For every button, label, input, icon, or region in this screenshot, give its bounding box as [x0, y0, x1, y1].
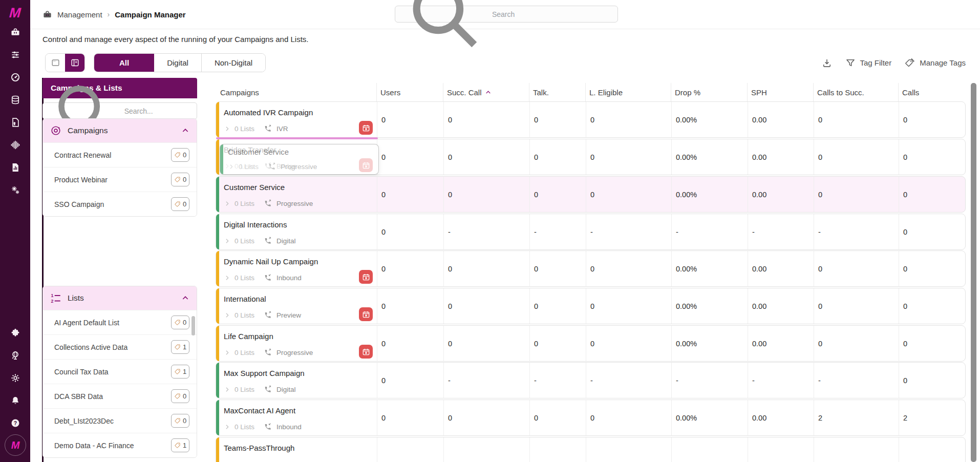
column-header-succ-call[interactable]: Succ. Call [447, 83, 492, 101]
schedule-disabled-button[interactable] [359, 307, 373, 321]
campaign-name[interactable]: Teams-PassThrough [224, 444, 294, 452]
column-header-campaigns[interactable]: Campaigns [220, 83, 259, 101]
tag-count-badge[interactable]: 0 [171, 148, 189, 162]
global-search[interactable] [395, 6, 618, 23]
breadcrumb-section[interactable]: Management [57, 10, 102, 19]
list-item[interactable]: Collections Active Data1 [43, 334, 197, 359]
list-item[interactable]: Council Tax Data1 [43, 359, 197, 384]
download-button[interactable] [822, 58, 832, 68]
user-avatar[interactable]: M [5, 434, 26, 456]
nav-toolbox-icon[interactable] [10, 27, 20, 37]
campaign-row[interactable]: Digital Interactions0 ListsDigital0-----… [216, 214, 966, 250]
expand-chevron-icon[interactable] [224, 275, 230, 281]
list-item[interactable]: AI Agent Default List0 [43, 310, 197, 334]
tag-count-badge[interactable]: 0 [171, 173, 189, 186]
column-header-talk-[interactable]: Talk. [533, 83, 549, 101]
nav-help-icon[interactable]: ? [10, 418, 20, 428]
nav-certificate-icon[interactable] [10, 117, 20, 128]
campaign-name[interactable]: Life Campaign [224, 332, 273, 341]
manage-tags-button[interactable]: Manage Tags [905, 58, 966, 68]
cell-users: 0 [377, 288, 443, 324]
nav-bell-icon[interactable] [10, 395, 20, 406]
campaign-row[interactable]: Max Support Campaign0 ListsDigital0-----… [216, 362, 966, 398]
nav-puzzle-icon[interactable] [10, 328, 20, 338]
campaign-name[interactable]: Max Support Campaign [224, 369, 305, 377]
campaign-row[interactable]: Automated IVR Campaign0 ListsIVR00000.00… [216, 101, 966, 138]
column-header-calls[interactable]: Calls [902, 83, 919, 101]
list-item[interactable]: Demo Data - AC Finance1 [43, 433, 197, 457]
cell-talk-: - [529, 363, 586, 398]
tag-count-badge[interactable]: 0 [171, 197, 189, 211]
table-scrollbar[interactable] [971, 83, 976, 462]
tag-count-badge[interactable]: 1 [171, 365, 189, 379]
tab-non-digital[interactable]: Non-Digital [202, 54, 265, 72]
schedule-disabled-button[interactable] [359, 121, 373, 135]
column-header-calls-to-succ-[interactable]: Calls to Succ. [817, 83, 864, 101]
expand-chevron-icon[interactable] [224, 200, 230, 207]
tag-filter-button[interactable]: Tag Filter [845, 58, 892, 68]
campaign-name[interactable]: Customer Service [224, 183, 285, 192]
panel-search[interactable] [42, 102, 197, 119]
column-header-drop-%[interactable]: Drop % [675, 83, 700, 101]
campaign-name[interactable]: Automated IVR Campaign [224, 108, 313, 117]
expand-chevron-icon[interactable] [228, 163, 235, 170]
campaign-name[interactable]: Digital Interactions [224, 220, 287, 229]
campaign-name[interactable]: International [224, 295, 266, 303]
column-header-sph[interactable]: SPH [751, 83, 767, 101]
card-view-button[interactable] [46, 54, 65, 72]
schedule-disabled-button[interactable] [359, 270, 373, 284]
nav-gauge-icon[interactable] [10, 72, 20, 82]
panel-search-input[interactable] [123, 107, 191, 116]
tag-count-badge[interactable]: 1 [171, 340, 189, 354]
nav-waveform-icon[interactable] [10, 140, 20, 150]
campaign-row[interactable]: Bridge Transfer0 ListsBridge00000.00%0.0… [216, 139, 966, 175]
campaign-row[interactable]: International0 ListsPreview00000.00%0.00… [216, 288, 966, 324]
expand-chevron-icon[interactable] [224, 349, 230, 356]
nav-report-icon[interactable] [10, 162, 20, 173]
column-header-l-eligible[interactable]: L. Eligible [589, 83, 623, 101]
list-item[interactable]: Contract Renewal0 [43, 142, 197, 167]
nav-gear-icon[interactable] [10, 373, 20, 383]
expand-chevron-icon[interactable] [224, 312, 230, 319]
campaign-row[interactable]: Customer Service0 ListsProgressive00000.… [216, 176, 966, 213]
tab-all[interactable]: All [94, 54, 154, 72]
tag-count-badge[interactable]: 0 [171, 316, 189, 329]
campaign-name[interactable]: MaxContact AI Agent [224, 406, 295, 415]
campaign-name[interactable]: Dynamic Nail Up Campaign [224, 257, 318, 266]
expand-chevron-icon[interactable] [224, 238, 230, 244]
chevron-up-icon[interactable] [181, 127, 189, 135]
expand-chevron-icon[interactable] [224, 125, 230, 132]
toolbox-icon [42, 10, 52, 19]
nav-gears-icon[interactable] [10, 185, 20, 195]
tag-count-badge[interactable]: 1 [171, 438, 189, 452]
item-name: DCA SBR Data [54, 392, 103, 401]
tag-count-badge[interactable]: 0 [171, 414, 189, 428]
tag-icon [174, 344, 181, 350]
list-item[interactable]: DCA SBR Data0 [43, 384, 197, 408]
nav-database-icon[interactable] [10, 95, 20, 105]
nav-globe-icon[interactable] [10, 350, 20, 361]
expand-chevron-icon[interactable] [224, 424, 230, 430]
panel-scrollbar[interactable] [191, 316, 195, 335]
column-label: L. Eligible [589, 88, 623, 97]
expand-chevron-icon[interactable] [224, 386, 230, 393]
list-item[interactable]: Debt_LIst2023Dec0 [43, 408, 197, 433]
chevron-up-icon[interactable] [181, 294, 189, 302]
section-header-lists[interactable]: 12Lists [43, 286, 197, 310]
chevron-right-icon [224, 125, 230, 132]
nav-sliders-icon[interactable] [10, 50, 20, 60]
list-item[interactable]: SSO Campaign0 [43, 192, 197, 216]
list-item[interactable]: Product Webinar0 [43, 167, 197, 192]
global-search-input[interactable] [491, 10, 612, 19]
brand-logo[interactable]: M [0, 4, 31, 22]
tab-digital[interactable]: Digital [154, 54, 202, 72]
column-header-users[interactable]: Users [380, 83, 400, 101]
tag-count-badge[interactable]: 0 [171, 389, 189, 403]
campaign-row[interactable]: MaxContact AI Agent0 ListsInbound00000.0… [216, 400, 966, 436]
schedule-disabled-button[interactable] [359, 345, 373, 359]
campaign-row[interactable]: Teams-PassThrough [216, 437, 966, 462]
campaign-row[interactable]: Life Campaign0 ListsProgressive00000.00%… [216, 325, 966, 362]
split-view-button[interactable] [65, 54, 84, 72]
campaign-row[interactable]: Dynamic Nail Up Campaign0 ListsInbound00… [216, 250, 966, 287]
section-header-campaigns[interactable]: Campaigns [43, 119, 197, 142]
